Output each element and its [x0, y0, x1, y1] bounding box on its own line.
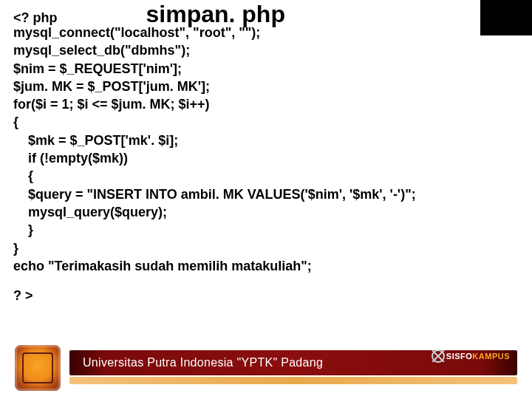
university-name: Universitas Putra Indonesia "YPTK" Padan…: [83, 356, 323, 369]
footer-bar-primary: Universitas Putra Indonesia "YPTK" Padan…: [69, 350, 517, 375]
footer-bar-accent: [69, 377, 517, 384]
brand-text: SISFOKAMPUS: [446, 352, 510, 361]
code-line: }: [13, 239, 519, 257]
code-line: $query = "INSERT INTO ambil. MK VALUES('…: [13, 185, 519, 203]
code-line: {: [13, 167, 519, 185]
gear-icon: [432, 349, 445, 363]
code-line: mysql_query($query);: [13, 203, 519, 221]
university-logo: [15, 345, 61, 391]
sisfokampus-brand: SISFOKAMPUS: [432, 349, 510, 363]
code-line: $nim = $_REQUEST['nim'];: [13, 60, 519, 78]
php-close-tag: ? >: [13, 287, 519, 304]
slide: <? php simpan. php mysql_connect("localh…: [0, 0, 532, 399]
code-line: }: [13, 221, 519, 239]
code-block: mysql_connect("localhost", "root", ""); …: [13, 24, 519, 304]
footer-bars: Universitas Putra Indonesia "YPTK" Padan…: [69, 350, 532, 386]
code-line: echo "Terimakasih sudah memilih matakuli…: [13, 257, 519, 275]
top-corner-bar: [480, 0, 532, 35]
code-line: $jum. MK = $_POST['jum. MK'];: [13, 78, 519, 95]
code-line: mysql_select_db("dbmhs");: [13, 41, 519, 59]
brand-sisfo: SISFO: [446, 352, 473, 361]
code-line: for($i = 1; $i <= $jum. MK; $i++): [13, 95, 519, 113]
code-line: if (!empty($mk)): [13, 149, 519, 167]
code-line: $mk = $_POST['mk'. $i];: [13, 132, 519, 149]
code-line: {: [13, 113, 519, 131]
footer: Universitas Putra Indonesia "YPTK" Padan…: [0, 347, 532, 389]
brand-kampus: KAMPUS: [472, 352, 510, 361]
